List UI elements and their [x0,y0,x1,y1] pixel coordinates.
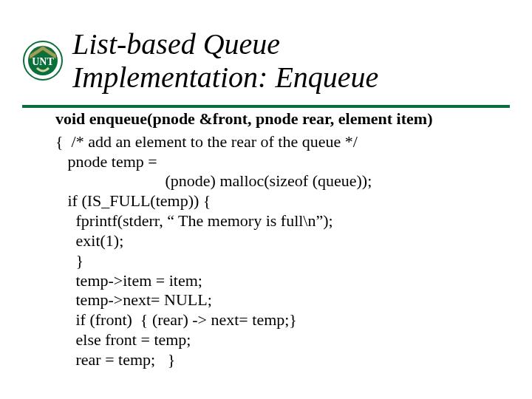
slide-title-line1: List-based Queue [72,28,501,61]
code-block: { /* add an element to the rear of the q… [55,132,514,370]
slide: UNT List-based Queue Implementation: Enq… [0,0,532,399]
function-signature: void enqueue(pnode &front, pnode rear, e… [55,109,514,129]
code-line: rear = temp; } [55,350,514,370]
code-line: fprintf(stderr, “ The memory is full\n”)… [55,211,514,231]
code-line: temp->next= NULL; [55,290,514,310]
title-divider [22,105,510,108]
code-line: } [55,251,514,271]
code-line: if (IS_FULL(temp)) { [55,191,514,211]
slide-title-line2: Implementation: Enqueue [72,61,501,95]
code-line: (pnode) malloc(sizeof (queue)); [55,171,514,191]
title-block: List-based Queue Implementation: Enqueue [72,28,501,95]
svg-text:UNT: UNT [32,56,54,67]
code-line: pnode temp = [55,152,514,172]
code-line: temp->item = item; [55,271,514,291]
code-line: if (front) { (rear) -> next= temp;} [55,310,514,330]
code-line: else front = temp; [55,330,514,350]
unt-logo: UNT [21,38,65,83]
body-content: void enqueue(pnode &front, pnode rear, e… [55,109,514,370]
code-line: { /* add an element to the rear of the q… [55,132,514,152]
code-line: exit(1); [55,231,514,251]
